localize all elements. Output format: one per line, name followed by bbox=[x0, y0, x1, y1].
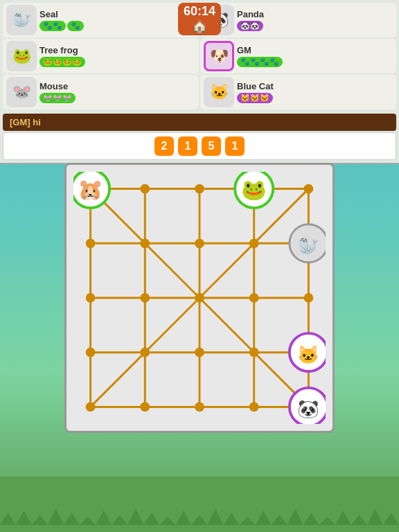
pill-gm-1: 🐾🐾🐾🐾 bbox=[237, 57, 283, 67]
seq-badge-3: 1 bbox=[225, 136, 245, 156]
animal-card-gm[interactable]: 🐶 GM 🐾🐾🐾🐾 bbox=[200, 39, 396, 73]
grass-background bbox=[0, 477, 399, 532]
animal-name-seal: Seal bbox=[39, 9, 84, 19]
score-pills-bluecat: 🐱🐱🐱 bbox=[237, 93, 274, 103]
svg-text:🐼: 🐼 bbox=[297, 398, 319, 420]
seq-badge-0: 2 bbox=[154, 136, 174, 156]
animal-face-seal: 🦭 bbox=[6, 5, 37, 35]
game-board[interactable]: 🐹 🐸 🦭 🐱 🐼 bbox=[64, 163, 335, 433]
top-panel: 60:14 🏠 🦭 Seal 🐾🐾 🐾 🐼 Panda 🐼🐼 bbox=[0, 0, 399, 164]
svg-point-13 bbox=[140, 184, 150, 194]
score-pills-treefrog: 🐸🐸🐸🐸 bbox=[39, 57, 85, 67]
svg-point-30 bbox=[249, 348, 259, 357]
animal-name-treefrog: Tree frog bbox=[39, 45, 85, 55]
board-inner: 🐹 🐸 🦭 🐱 🐼 bbox=[73, 172, 326, 424]
score-pills-gm: 🐾🐾🐾🐾 bbox=[237, 57, 283, 67]
svg-point-16 bbox=[304, 184, 314, 194]
chat-message: [GM] hi bbox=[10, 117, 41, 127]
chat-bar: [GM] hi bbox=[3, 114, 396, 131]
score-pills-panda: 🐼🐼 bbox=[237, 21, 264, 31]
board-svg: 🐹 🐸 🦭 🐱 🐼 bbox=[73, 172, 326, 424]
svg-point-28 bbox=[140, 348, 150, 357]
svg-point-35 bbox=[249, 402, 259, 412]
svg-point-18 bbox=[140, 238, 150, 248]
animal-card-panda[interactable]: 🐼 Panda 🐼🐼 bbox=[200, 3, 396, 37]
svg-point-32 bbox=[86, 402, 96, 412]
animal-card-mouse[interactable]: 🐭 Mouse 🐭🐭🐭 bbox=[3, 75, 199, 109]
animal-name-gm: GM bbox=[237, 45, 283, 55]
pill-seal-2: 🐾 bbox=[67, 21, 84, 31]
score-pills-mouse: 🐭🐭🐭 bbox=[39, 93, 76, 103]
animal-face-bluecat: 🐱 bbox=[204, 77, 234, 107]
svg-point-25 bbox=[249, 293, 259, 303]
svg-point-17 bbox=[86, 238, 96, 248]
animal-face-mouse: 🐭 bbox=[6, 77, 37, 107]
svg-point-29 bbox=[195, 348, 204, 357]
seq-badge-1: 1 bbox=[178, 136, 197, 156]
pill-seal-1: 🐾🐾 bbox=[39, 21, 66, 31]
svg-point-34 bbox=[195, 402, 204, 412]
svg-text:🦭: 🦭 bbox=[297, 235, 319, 256]
svg-point-27 bbox=[86, 348, 96, 357]
animal-card-treefrog[interactable]: 🐸 Tree frog 🐸🐸🐸🐸 bbox=[3, 39, 199, 73]
animal-card-seal[interactable]: 🦭 Seal 🐾🐾 🐾 bbox=[3, 3, 199, 37]
svg-text:🐹: 🐹 bbox=[78, 177, 103, 202]
svg-point-26 bbox=[304, 293, 314, 303]
house-icon: 🏠 bbox=[192, 19, 207, 34]
svg-point-33 bbox=[140, 402, 150, 412]
svg-point-19 bbox=[195, 238, 204, 248]
animal-face-gm: 🐶 bbox=[204, 41, 234, 71]
animal-name-bluecat: Blue Cat bbox=[237, 81, 274, 91]
timer-box: 60:14 🏠 bbox=[178, 3, 221, 35]
num-sequence: 2 1 5 1 bbox=[3, 132, 396, 160]
animal-name-mouse: Mouse bbox=[39, 81, 76, 91]
score-pills-seal: 🐾🐾 🐾 bbox=[39, 21, 84, 31]
svg-text:🐱: 🐱 bbox=[297, 344, 319, 366]
svg-point-22 bbox=[86, 293, 96, 303]
pill-treefrog-1: 🐸🐸🐸🐸 bbox=[39, 57, 85, 67]
svg-text:🐸: 🐸 bbox=[241, 177, 267, 202]
svg-point-23 bbox=[140, 293, 150, 303]
svg-point-14 bbox=[195, 184, 204, 194]
animal-card-bluecat[interactable]: 🐱 Blue Cat 🐱🐱🐱 bbox=[200, 75, 396, 109]
pill-bluecat-1: 🐱🐱🐱 bbox=[237, 93, 273, 103]
animal-face-treefrog: 🐸 bbox=[6, 41, 37, 71]
svg-point-20 bbox=[249, 238, 259, 248]
pill-mouse-1: 🐭🐭🐭 bbox=[39, 93, 76, 103]
seq-badge-2: 5 bbox=[202, 136, 221, 156]
animal-name-panda: Panda bbox=[237, 9, 264, 19]
timer-display: 60:14 bbox=[184, 4, 215, 19]
svg-point-24 bbox=[195, 293, 204, 303]
pill-panda-1: 🐼🐼 bbox=[237, 21, 263, 31]
